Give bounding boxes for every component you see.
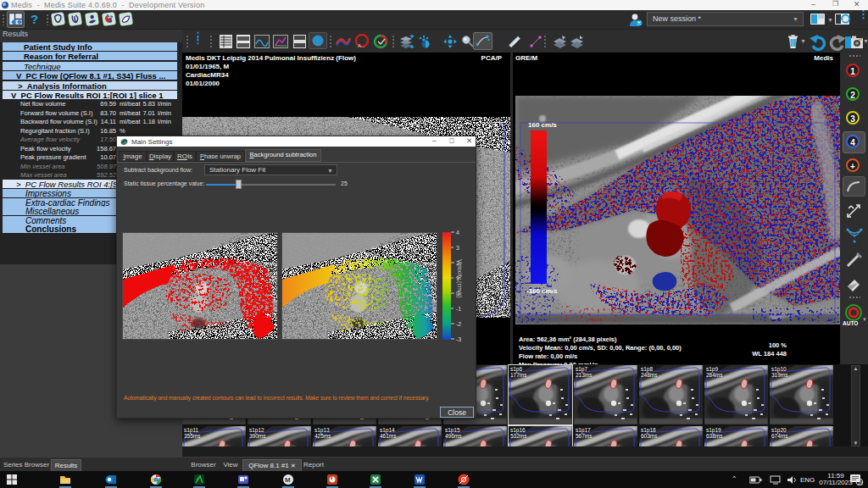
- svg-text:16: 16: [858, 480, 863, 485]
- svg-text:A...: A...: [358, 43, 365, 48]
- svg-text:-3: -3: [456, 336, 461, 342]
- svg-text:-1: -1: [456, 306, 461, 312]
- svg-text:M: M: [285, 476, 291, 484]
- svg-text:3: 3: [456, 245, 459, 251]
- svg-text:4: 4: [456, 230, 459, 236]
- svg-text:-2: -2: [456, 321, 461, 327]
